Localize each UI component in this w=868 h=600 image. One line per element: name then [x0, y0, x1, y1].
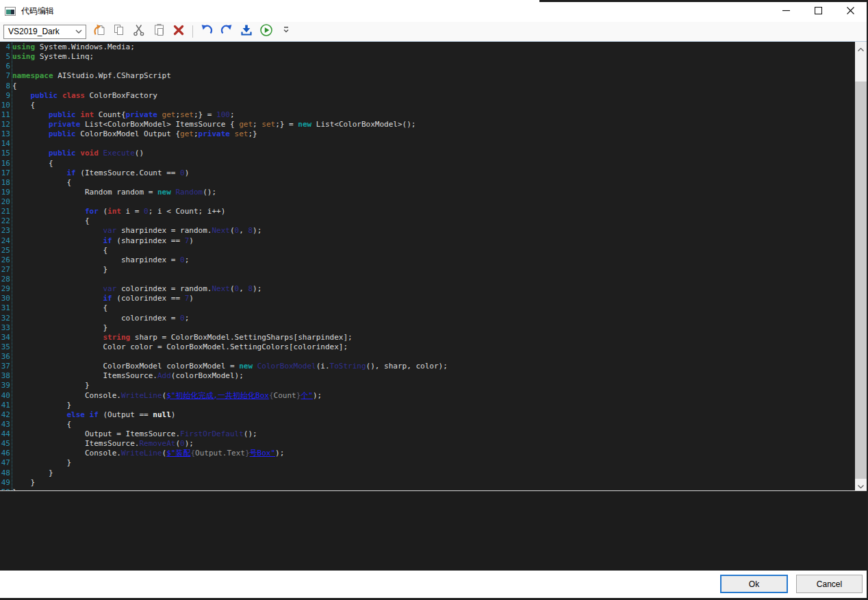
line-number: 13	[0, 129, 10, 139]
code-line: ItemsSource.RemoveAt(0);	[12, 439, 855, 449]
line-number: 20	[0, 197, 10, 207]
code-line: {	[12, 101, 855, 110]
line-number: 31	[0, 303, 10, 313]
code-line	[12, 62, 855, 71]
run-button[interactable]	[259, 25, 273, 38]
code-line: Random random = new Random();	[12, 188, 855, 197]
redo-button[interactable]	[220, 25, 233, 38]
code-line: public ColorBoxModel Output {get;private…	[12, 129, 855, 139]
line-number: 45	[0, 439, 10, 449]
paste-button[interactable]	[152, 25, 166, 38]
code-line: {	[12, 82, 855, 91]
code-line	[12, 197, 855, 207]
close-icon	[847, 5, 854, 17]
chevron-down-icon	[858, 479, 864, 491]
code-line: sharpindex = 0;	[12, 255, 855, 265]
line-number: 48	[0, 468, 10, 478]
code-line: Console.WriteLine($"初始化完成,一共初始化Box{Count…	[12, 391, 855, 401]
code-line: Console.WriteLine($"装配{Output.Text}号Box"…	[12, 449, 855, 458]
line-number: 11	[0, 110, 10, 120]
theme-select[interactable]: VS2019_Dark	[3, 25, 86, 39]
line-number: 16	[0, 159, 10, 168]
delete-icon	[172, 23, 186, 40]
window-controls	[770, 0, 867, 22]
close-button[interactable]	[834, 0, 867, 22]
code-line: using System.Linq;	[12, 52, 855, 62]
line-number: 18	[0, 178, 10, 188]
line-number: 22	[0, 216, 10, 226]
line-number: 47	[0, 458, 10, 468]
code-line	[12, 352, 855, 362]
toolbar-separator	[192, 25, 193, 38]
cancel-button[interactable]: Cancel	[796, 575, 863, 593]
scroll-up-button[interactable]	[855, 42, 867, 53]
code-line: }	[12, 458, 855, 468]
line-number-gutter: 4567891011121314151617181920212223242526…	[0, 42, 12, 491]
line-number: 32	[0, 314, 10, 323]
line-number: 8	[0, 82, 10, 91]
line-number: 33	[0, 323, 10, 333]
line-number: 19	[0, 188, 10, 197]
code-line: {	[12, 216, 855, 226]
maximize-button[interactable]	[802, 0, 834, 22]
overflow-icon	[283, 23, 290, 40]
ok-button[interactable]: Ok	[720, 575, 788, 593]
code-editor[interactable]: 4567891011121314151617181920212223242526…	[0, 42, 867, 491]
line-number: 17	[0, 168, 10, 178]
line-number: 25	[0, 246, 10, 255]
code-line: for (int i = 0; i < Count; i++)	[12, 207, 855, 216]
code-line: {	[12, 303, 855, 313]
theme-select-value: VS2019_Dark	[8, 27, 60, 36]
code-line: else if (Output == null)	[12, 410, 855, 420]
copy-icon	[112, 23, 126, 40]
run-icon	[259, 23, 273, 40]
copy-button[interactable]	[112, 25, 126, 38]
scroll-down-button[interactable]	[855, 479, 867, 490]
save-button[interactable]	[240, 25, 253, 38]
code-line: public int Count{private get;set;} = 100…	[12, 110, 855, 120]
line-number: 34	[0, 333, 10, 342]
code-line: using System.Windows.Media;	[12, 42, 855, 52]
line-number: 28	[0, 275, 10, 284]
code-line: Output = ItemsSource.FirstOrDefault();	[12, 429, 855, 439]
line-number: 40	[0, 391, 10, 401]
code-line: {	[12, 246, 855, 255]
code-pane[interactable]: using System.Windows.Media;using System.…	[12, 42, 855, 491]
undo-button[interactable]	[200, 25, 214, 38]
cut-button[interactable]	[132, 25, 146, 38]
line-number: 29	[0, 284, 10, 294]
line-number: 49	[0, 478, 10, 488]
line-number: 30	[0, 294, 10, 303]
line-number: 26	[0, 255, 10, 265]
title-bar: 代码编辑	[0, 0, 867, 22]
reload-button[interactable]	[92, 25, 106, 38]
toolbar: VS2019_Dark	[0, 22, 867, 42]
line-number: 35	[0, 342, 10, 352]
line-number: 9	[0, 91, 10, 101]
vertical-scrollbar[interactable]	[855, 42, 867, 490]
footer-bar: Ok Cancel	[0, 571, 867, 598]
overflow-button[interactable]	[279, 25, 293, 38]
line-number: 15	[0, 149, 10, 158]
code-line: }	[12, 323, 855, 333]
line-number: 39	[0, 381, 10, 390]
code-line: }	[12, 401, 855, 410]
code-line: colorindex = 0;	[12, 314, 855, 323]
line-number: 4	[0, 42, 10, 52]
line-number: 23	[0, 226, 10, 236]
line-number: 37	[0, 362, 10, 371]
line-number: 42	[0, 410, 10, 420]
code-line: public void Execute()	[12, 149, 855, 158]
line-number: 14	[0, 139, 10, 149]
line-number: 44	[0, 429, 10, 439]
save-icon	[240, 23, 253, 40]
code-line: if (ItemsSource.Count == 0)	[12, 168, 855, 178]
minimize-button[interactable]	[770, 0, 802, 22]
line-number: 7	[0, 71, 10, 81]
scrollbar-thumb[interactable]	[855, 53, 867, 82]
line-number: 41	[0, 401, 10, 410]
cut-icon	[132, 23, 146, 40]
line-number: 21	[0, 207, 10, 216]
delete-button[interactable]	[172, 25, 186, 38]
code-line: }	[12, 468, 855, 478]
